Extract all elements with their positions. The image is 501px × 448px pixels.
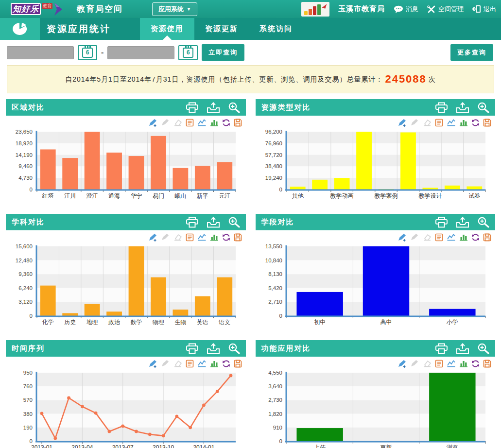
data-report-icon[interactable] xyxy=(435,233,443,241)
tab-resource-update[interactable]: 资源更新 xyxy=(194,18,249,40)
panel-title: 学段对比 xyxy=(261,218,294,227)
save-icon[interactable] xyxy=(483,119,491,127)
zoom-in-icon[interactable] xyxy=(477,102,489,113)
zoom-in-icon[interactable] xyxy=(228,343,240,354)
print-icon[interactable] xyxy=(435,343,448,354)
data-report-icon[interactable] xyxy=(186,119,194,127)
print-icon[interactable] xyxy=(186,343,199,354)
start-date-input[interactable] xyxy=(7,46,74,59)
svg-text:峨山: 峨山 xyxy=(174,192,186,199)
line-chart-icon[interactable] xyxy=(447,360,456,367)
export-icon[interactable] xyxy=(207,102,220,113)
refresh-icon[interactable] xyxy=(222,360,230,368)
summary-text: 自2014年5月1日至2014年7月31日，资源使用（包括上传、更新、浏览、调用… xyxy=(65,75,383,83)
print-icon[interactable] xyxy=(186,102,199,113)
end-date-calendar-button[interactable]: 6 xyxy=(178,45,198,60)
panel-title: 时间序列 xyxy=(12,344,45,353)
svg-text:新平: 新平 xyxy=(197,192,208,199)
clear-annotation-icon xyxy=(423,233,432,241)
space-management-link[interactable]: 空间管理 xyxy=(427,5,464,14)
svg-text:物理: 物理 xyxy=(152,319,164,326)
export-icon[interactable] xyxy=(456,217,469,228)
chart-panel: 学科对比 化学历史地理政治数学物理生物英语语文03,1206,2409,3601… xyxy=(6,214,246,327)
line-chart-icon[interactable] xyxy=(197,360,207,367)
refresh-icon[interactable] xyxy=(222,233,230,241)
svg-text:910: 910 xyxy=(273,425,282,431)
data-report-icon[interactable] xyxy=(435,119,443,127)
logo-chevron-icon xyxy=(53,3,63,16)
panel-header-icons xyxy=(186,102,240,113)
search-button[interactable]: 立即查询 xyxy=(202,44,244,61)
line-chart-icon[interactable] xyxy=(447,233,456,241)
svg-text:0: 0 xyxy=(279,438,282,444)
data-report-icon[interactable] xyxy=(435,360,443,368)
logo-text: 知好乐 xyxy=(11,3,41,15)
save-icon[interactable] xyxy=(234,119,242,127)
clear-annotation-icon xyxy=(423,119,432,126)
data-report-icon[interactable] xyxy=(186,233,194,241)
tab-resource-usage[interactable]: 资源使用 xyxy=(140,18,194,40)
bar-chart-icon[interactable] xyxy=(459,233,468,241)
zoom-in-icon[interactable] xyxy=(228,216,240,228)
bar-chart-icon[interactable] xyxy=(459,119,468,126)
print-icon[interactable] xyxy=(186,217,199,228)
panel-header: 学段对比 xyxy=(256,214,496,230)
zoom-in-icon[interactable] xyxy=(228,102,240,113)
panel-header: 学科对比 xyxy=(6,214,246,230)
line-chart-icon[interactable] xyxy=(447,119,456,126)
refresh-icon[interactable] xyxy=(471,119,480,127)
print-icon[interactable] xyxy=(435,102,448,113)
annotate-add-icon[interactable] xyxy=(149,233,158,241)
bar-chart-icon[interactable] xyxy=(210,233,219,241)
clear-annotation-icon xyxy=(173,233,182,241)
bar-chart-icon[interactable] xyxy=(459,360,468,367)
data-report-icon[interactable] xyxy=(186,360,194,368)
line-chart-icon[interactable] xyxy=(197,119,207,126)
app-system-menu[interactable]: 应用系统 ▼ xyxy=(152,2,197,16)
export-icon[interactable] xyxy=(456,102,469,113)
svg-text:57,720: 57,720 xyxy=(265,152,282,158)
message-bubble-icon xyxy=(394,5,403,13)
svg-text:14,190: 14,190 xyxy=(16,152,33,158)
messages-link[interactable]: 消息 xyxy=(394,5,418,14)
svg-text:上传: 上传 xyxy=(314,444,326,448)
zoom-in-icon[interactable] xyxy=(477,216,489,228)
svg-text:试卷: 试卷 xyxy=(468,192,480,199)
refresh-icon[interactable] xyxy=(471,360,480,368)
end-date-input[interactable] xyxy=(107,46,174,59)
start-date-calendar-button[interactable]: 6 xyxy=(78,45,97,60)
refresh-icon[interactable] xyxy=(222,119,230,127)
refresh-icon[interactable] xyxy=(471,233,480,241)
zoom-in-icon[interactable] xyxy=(477,343,489,354)
save-icon[interactable] xyxy=(483,360,491,368)
svg-text:190: 190 xyxy=(23,425,33,431)
annotate-add-icon[interactable] xyxy=(149,119,158,127)
bar-chart-icon[interactable] xyxy=(210,360,219,367)
export-icon[interactable] xyxy=(456,343,469,354)
annotate-add-icon[interactable] xyxy=(398,360,407,368)
svg-text:江川: 江川 xyxy=(64,192,76,199)
svg-text:更新: 更新 xyxy=(380,444,392,448)
svg-text:380: 380 xyxy=(23,411,33,417)
annotate-add-icon[interactable] xyxy=(149,360,158,368)
bar-chart-icon[interactable] xyxy=(210,119,219,126)
export-icon[interactable] xyxy=(207,217,220,228)
annotate-add-icon[interactable] xyxy=(398,233,407,241)
export-icon[interactable] xyxy=(207,343,220,354)
logout-door-icon xyxy=(472,5,481,13)
app-logo[interactable]: 知好乐 教育 xyxy=(11,3,63,16)
chart-panel: 区域对比 红塔江川澄江通海华宁易门峨山新平元江04,7309,46014,190… xyxy=(6,99,246,200)
svg-text:23,650: 23,650 xyxy=(16,129,33,135)
avatar[interactable] xyxy=(301,2,329,17)
annotate-icon xyxy=(411,233,419,241)
tab-system-access[interactable]: 系统访问 xyxy=(249,18,303,40)
more-query-button[interactable]: 更多查询 xyxy=(450,44,493,61)
print-icon[interactable] xyxy=(435,217,448,228)
annotate-add-icon[interactable] xyxy=(398,119,407,127)
logout-link[interactable]: 退出 xyxy=(472,5,496,14)
line-chart-icon[interactable] xyxy=(197,233,207,241)
save-icon[interactable] xyxy=(234,233,242,241)
svg-text:数学: 数学 xyxy=(131,319,142,326)
save-icon[interactable] xyxy=(483,233,491,241)
save-icon[interactable] xyxy=(234,360,242,368)
